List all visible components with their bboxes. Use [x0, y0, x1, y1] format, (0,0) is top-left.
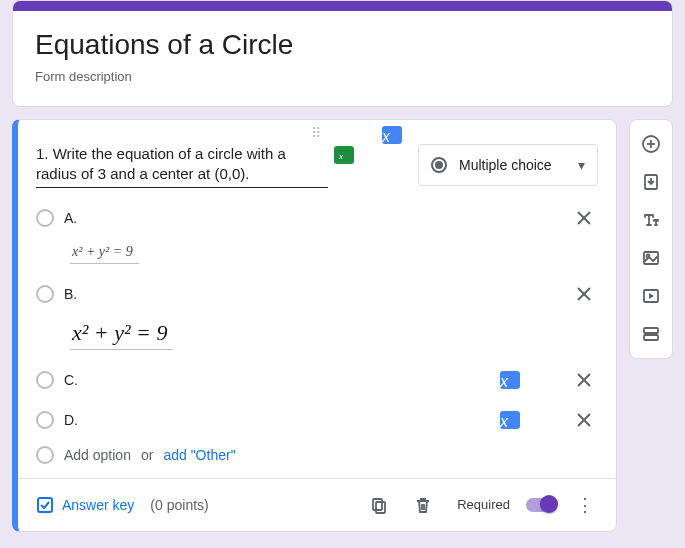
- add-title-button[interactable]: [633, 202, 669, 238]
- question-type-label: Multiple choice: [459, 157, 566, 173]
- option-row: B.: [36, 274, 598, 314]
- trash-icon: [414, 496, 432, 514]
- svg-rect-12: [38, 498, 52, 512]
- required-label: Required: [457, 497, 510, 512]
- radio-empty-icon: [36, 209, 54, 227]
- video-icon: [641, 286, 661, 306]
- option-label[interactable]: A.: [64, 210, 560, 226]
- required-toggle[interactable]: [526, 498, 556, 512]
- equation-badge-icon[interactable]: x: [334, 146, 354, 164]
- svg-rect-13: [373, 499, 382, 510]
- form-title[interactable]: Equations of a Circle: [35, 29, 650, 61]
- svg-rect-14: [376, 502, 385, 513]
- question-card: ⠿ 1. Write the equation of a circle with…: [12, 119, 617, 532]
- add-video-button[interactable]: [633, 278, 669, 314]
- image-icon: [641, 248, 661, 268]
- radio-empty-icon: [36, 371, 54, 389]
- svg-text:x: x: [339, 152, 344, 160]
- equation-tool-icon[interactable]: x: [500, 371, 520, 389]
- question-type-select[interactable]: Multiple choice ▾: [418, 144, 598, 186]
- copy-icon: [370, 496, 388, 514]
- option-label[interactable]: D.: [64, 412, 490, 428]
- more-options-button[interactable]: ⋮: [572, 494, 598, 516]
- check-icon: [36, 496, 54, 514]
- equation-tool-icon[interactable]: x: [500, 411, 520, 429]
- svg-rect-26: [644, 328, 658, 333]
- header-accent: [13, 1, 672, 11]
- side-toolbar: [629, 119, 673, 359]
- radio-icon: [431, 157, 447, 173]
- text-icon: [641, 210, 661, 230]
- add-question-button[interactable]: [633, 126, 669, 162]
- remove-option-button[interactable]: [570, 406, 598, 434]
- option-row: A.: [36, 198, 598, 238]
- remove-option-button[interactable]: [570, 280, 598, 308]
- add-section-button[interactable]: [633, 316, 669, 352]
- svg-text:x: x: [500, 373, 509, 389]
- answer-key-label: Answer key: [62, 497, 134, 513]
- add-option-button[interactable]: Add option: [64, 447, 131, 463]
- option-label[interactable]: B.: [64, 286, 560, 302]
- option-row: D. x: [36, 400, 598, 440]
- option-label[interactable]: C.: [64, 372, 490, 388]
- svg-text:x: x: [500, 413, 509, 429]
- form-header-card: Equations of a Circle Form description: [12, 0, 673, 107]
- remove-option-button[interactable]: [570, 204, 598, 232]
- add-image-button[interactable]: [633, 240, 669, 276]
- option-equation[interactable]: x² + y² = 9: [70, 318, 173, 350]
- chevron-down-icon: ▾: [578, 157, 585, 173]
- option-equation[interactable]: x² + y² = 9: [70, 242, 139, 264]
- question-text[interactable]: 1. Write the equation of a circle with a…: [36, 144, 328, 188]
- import-question-button[interactable]: [633, 164, 669, 200]
- section-icon: [641, 324, 661, 344]
- equation-tool-icon[interactable]: x: [382, 126, 402, 144]
- svg-rect-27: [644, 335, 658, 340]
- option-row: C. x: [36, 360, 598, 400]
- radio-empty-icon: [36, 446, 54, 464]
- duplicate-button[interactable]: [365, 491, 393, 519]
- answer-key-button[interactable]: Answer key: [36, 496, 134, 514]
- delete-button[interactable]: [409, 491, 437, 519]
- svg-text:x: x: [382, 128, 391, 144]
- remove-option-button[interactable]: [570, 366, 598, 394]
- radio-empty-icon: [36, 411, 54, 429]
- form-description[interactable]: Form description: [35, 69, 650, 84]
- svg-marker-25: [649, 293, 654, 299]
- points-label: (0 points): [150, 497, 208, 513]
- or-text: or: [141, 447, 153, 463]
- import-icon: [641, 172, 661, 192]
- drag-handle[interactable]: ⠿: [36, 128, 598, 144]
- radio-empty-icon: [36, 285, 54, 303]
- plus-circle-icon: [641, 134, 661, 154]
- add-other-button[interactable]: add "Other": [163, 447, 235, 463]
